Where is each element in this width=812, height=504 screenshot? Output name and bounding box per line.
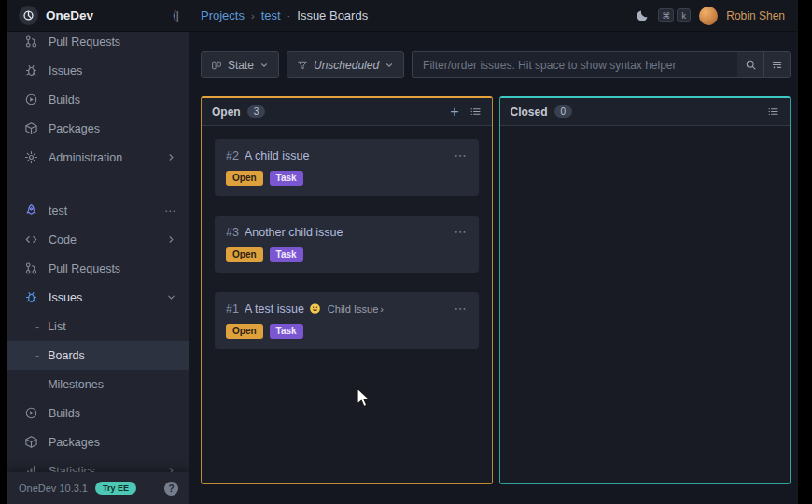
grinning-emoji-icon <box>309 302 321 315</box>
milestone-dropdown-button[interactable]: Unscheduled <box>287 51 404 78</box>
topbar-actions: ⌘ k Robin Shen <box>636 7 798 25</box>
chevron-right-icon <box>166 234 176 245</box>
try-ee-badge[interactable]: Try EE <box>95 482 136 495</box>
dot-separator-icon: · <box>287 10 291 21</box>
play-circle-icon <box>24 406 38 420</box>
child-issue-link[interactable]: Child Issue <box>328 303 378 315</box>
sidebar-item-project-builds[interactable]: Builds <box>7 399 189 427</box>
bar-chart-icon <box>24 464 38 472</box>
search-button[interactable] <box>737 51 764 78</box>
board-columns-icon <box>211 60 222 71</box>
ellipsis-icon[interactable]: ⋯ <box>455 225 468 239</box>
column-count-badge: 3 <box>247 105 266 118</box>
sidebar-item-administration[interactable]: Administration <box>7 143 189 172</box>
card-title-row: #3 Another child issue ⋯ <box>226 225 468 239</box>
issue-number: #2 <box>226 149 239 162</box>
filter-group <box>412 51 791 78</box>
card-labels: Open Task <box>226 247 468 262</box>
sidebar-item-label: Administration <box>49 151 122 164</box>
ellipsis-icon[interactable]: ⋯ <box>455 301 468 315</box>
chevron-right-icon <box>166 152 176 162</box>
issue-title-link[interactable]: Another child issue <box>245 226 343 239</box>
list-icon[interactable] <box>469 105 482 118</box>
sidebar-item-label: Code <box>49 233 77 246</box>
user-avatar[interactable] <box>699 7 718 25</box>
sidebar-item-label: Packages <box>49 436 100 449</box>
sidebar-item-label: Pull Requests <box>49 262 120 275</box>
state-badge-open: Open <box>226 171 263 186</box>
command-palette-shortcut[interactable]: ⌘ k <box>658 8 691 22</box>
breadcrumb-project-link[interactable]: test <box>261 8 281 22</box>
moon-icon[interactable] <box>636 8 650 22</box>
package-icon <box>24 121 38 135</box>
brand-name: OneDev <box>46 8 93 22</box>
sidebar-item-label: Builds <box>49 93 80 106</box>
sidebar-item-issues[interactable]: Issues <box>7 56 189 85</box>
chevron-down-icon <box>259 61 269 70</box>
sidebar-item-code[interactable]: Code <box>7 225 189 254</box>
sidebar-item-project-test[interactable]: test ⋯ <box>7 196 189 225</box>
main-content: State Unscheduled <box>189 32 798 504</box>
board-column-open: Open 3 + #2 A child issue <box>201 96 493 484</box>
help-icon[interactable]: ? <box>164 482 178 496</box>
filter-input[interactable] <box>412 51 737 78</box>
column-actions <box>767 105 779 118</box>
top-bar: OneDev ⟨| Projects › test · Issue Boards… <box>7 0 798 32</box>
rocket-icon <box>24 203 38 217</box>
column-actions: + <box>450 105 481 119</box>
chevron-right-icon: › <box>251 10 255 21</box>
sidebar-item-label: Pull Requests <box>49 35 120 49</box>
sidebar-project-name: test <box>49 204 67 217</box>
ellipsis-icon[interactable]: ⋯ <box>455 148 468 162</box>
card-labels: Open Task <box>226 324 468 339</box>
sidebar: Pull Requests Issues Builds <box>7 32 189 504</box>
user-name[interactable]: Robin Shen <box>726 9 785 22</box>
state-dropdown-button[interactable]: State <box>201 51 279 78</box>
column-title: Open <box>212 105 241 119</box>
add-card-icon[interactable]: + <box>450 105 458 119</box>
funnel-icon <box>297 60 308 71</box>
sidebar-item-builds[interactable]: Builds <box>7 85 189 114</box>
sidebar-item-statistics[interactable]: Statistics <box>7 456 189 472</box>
bug-icon <box>24 290 38 304</box>
issue-title-link[interactable]: A test issue <box>245 302 304 315</box>
issue-number: #1 <box>226 302 239 315</box>
topbar-brand-section: OneDev ⟨| <box>7 6 189 25</box>
chevron-right-icon <box>166 466 176 472</box>
saved-queries-button[interactable] <box>763 51 791 78</box>
sidebar-footer: OneDev 10.3.1 Try EE ? <box>7 472 189 504</box>
pull-request-icon <box>24 261 38 275</box>
issue-number: #3 <box>226 226 239 239</box>
sidebar-item-label: Packages <box>49 122 100 135</box>
sidebar-subitem-boards[interactable]: Boards <box>7 341 189 370</box>
issue-card[interactable]: #2 A child issue ⋯ Open Task <box>215 139 479 196</box>
sidebar-subitem-label: Milestones <box>48 378 104 391</box>
collapse-sidebar-icon[interactable]: ⟨| <box>173 8 178 22</box>
card-title-row: #1 A test issue Child Issue › ⋯ <box>226 301 468 315</box>
gear-icon <box>24 150 38 164</box>
sidebar-subitem-milestones[interactable]: Milestones <box>7 370 189 399</box>
onedev-logo-icon[interactable] <box>19 6 38 25</box>
issue-card[interactable]: #3 Another child issue ⋯ Open Task <box>215 216 479 273</box>
issue-title-link[interactable]: A child issue <box>245 149 309 162</box>
breadcrumb-projects-link[interactable]: Projects <box>201 8 245 22</box>
sidebar-subitem-list[interactable]: List <box>7 312 189 341</box>
sidebar-item-project-packages[interactable]: Packages <box>7 427 189 456</box>
project-menu-icon[interactable]: ⋯ <box>164 204 176 217</box>
sidebar-item-packages[interactable]: Packages <box>7 114 189 143</box>
state-badge-open: Open <box>226 324 263 339</box>
sidebar-item-label: Statistics <box>49 465 95 473</box>
breadcrumb-current-page: Issue Boards <box>297 8 368 22</box>
issue-card[interactable]: #1 A test issue Child Issue › ⋯ Open <box>215 292 479 349</box>
board-column-closed: Closed 0 <box>499 96 791 484</box>
sidebar-item-project-issues[interactable]: Issues <box>7 283 189 312</box>
app-window: OneDev ⟨| Projects › test · Issue Boards… <box>7 0 798 504</box>
chevron-down-icon <box>385 61 394 70</box>
type-badge-task: Task <box>270 247 303 262</box>
milestone-dropdown-label: Unscheduled <box>314 59 379 72</box>
list-icon[interactable] <box>767 105 779 118</box>
play-circle-icon <box>24 92 38 106</box>
sidebar-item-project-pull-requests[interactable]: Pull Requests <box>7 254 189 283</box>
state-badge-open: Open <box>226 247 263 262</box>
sidebar-item-pull-requests[interactable]: Pull Requests <box>7 32 189 56</box>
